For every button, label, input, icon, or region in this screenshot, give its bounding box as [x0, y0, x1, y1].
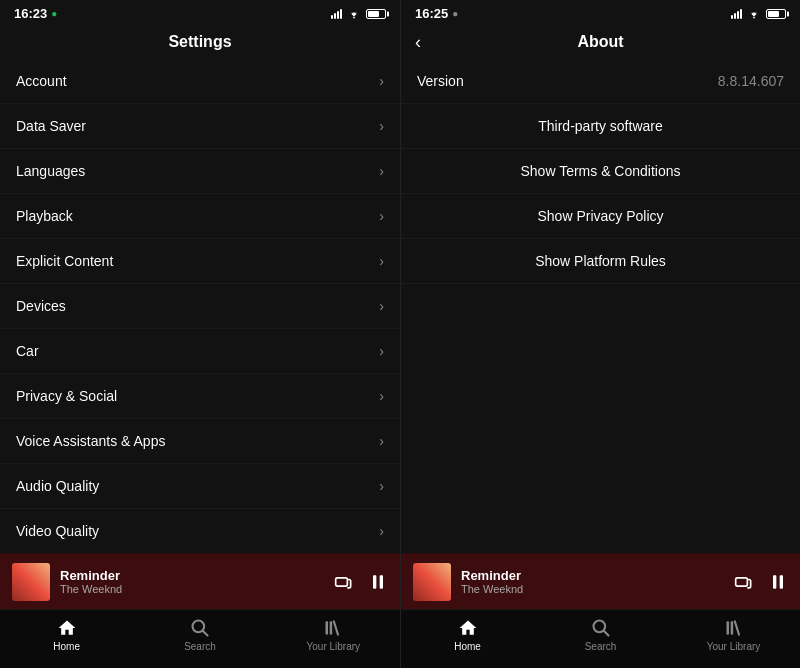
tab-bar: Home Search Your Library: [0, 609, 400, 668]
status-bar-right: 16:25 ●: [401, 0, 800, 25]
spotify-status-dot-right: ●: [452, 8, 458, 19]
back-button[interactable]: ‹: [415, 32, 421, 53]
version-row: Version 8.8.14.607: [401, 59, 800, 104]
chevron-right-icon-privacy-social: ›: [379, 388, 384, 404]
svg-rect-9: [780, 575, 783, 588]
tab-search-label-right: Search: [585, 641, 617, 652]
chevron-right-icon-data-saver: ›: [379, 118, 384, 134]
settings-item-video-quality[interactable]: Video Quality›: [0, 509, 400, 553]
wifi-icon-right: [747, 8, 761, 19]
settings-item-label-voice-assistants: Voice Assistants & Apps: [16, 433, 165, 449]
page-title-right: About: [577, 33, 623, 51]
pause-button[interactable]: [368, 572, 388, 592]
version-value: 8.8.14.607: [718, 73, 784, 89]
settings-item-label-video-quality: Video Quality: [16, 523, 99, 539]
track-artist-right: The Weeknd: [461, 583, 724, 595]
settings-item-languages[interactable]: Languages›: [0, 149, 400, 194]
settings-item-car[interactable]: Car›: [0, 329, 400, 374]
tab-search-label: Search: [184, 641, 216, 652]
privacy-policy-label: Show Privacy Policy: [537, 208, 663, 224]
status-time-right: 16:25 ●: [415, 6, 458, 21]
battery-icon-right: [766, 9, 786, 19]
settings-item-label-privacy-social: Privacy & Social: [16, 388, 117, 404]
settings-item-label-playback: Playback: [16, 208, 73, 224]
player-controls-right: [734, 572, 788, 592]
svg-rect-5: [330, 621, 333, 634]
third-party-label: Third-party software: [538, 118, 662, 134]
svg-rect-4: [326, 621, 329, 634]
library-icon-right: [724, 618, 744, 638]
home-icon-right: [458, 618, 478, 638]
status-icons-right: [731, 8, 786, 19]
chevron-right-icon-playback: ›: [379, 208, 384, 224]
tab-search-right[interactable]: Search: [534, 618, 667, 652]
search-icon: [190, 618, 210, 638]
settings-item-label-account: Account: [16, 73, 67, 89]
track-info-right: Reminder The Weeknd: [461, 568, 724, 595]
library-icon: [323, 618, 343, 638]
nav-header-right: ‹ About: [401, 25, 800, 59]
svg-rect-11: [730, 621, 733, 634]
mini-player-right[interactable]: Reminder The Weeknd: [401, 553, 800, 609]
tab-library[interactable]: Your Library: [267, 618, 400, 652]
wifi-icon: [347, 8, 361, 19]
battery-icon: [366, 9, 386, 19]
chevron-right-icon-explicit-content: ›: [379, 253, 384, 269]
settings-item-label-audio-quality: Audio Quality: [16, 478, 99, 494]
terms-conditions-label: Show Terms & Conditions: [520, 163, 680, 179]
tab-home-right[interactable]: Home: [401, 618, 534, 652]
tab-library-label-right: Your Library: [707, 641, 761, 652]
terms-conditions-link[interactable]: Show Terms & Conditions: [401, 149, 800, 194]
settings-item-label-data-saver: Data Saver: [16, 118, 86, 134]
settings-item-devices[interactable]: Devices›: [0, 284, 400, 329]
settings-item-data-saver[interactable]: Data Saver›: [0, 104, 400, 149]
connect-icon[interactable]: [334, 572, 354, 592]
about-content: Version 8.8.14.607 Third-party software …: [401, 59, 800, 553]
platform-rules-link[interactable]: Show Platform Rules: [401, 239, 800, 284]
tab-home[interactable]: Home: [0, 618, 133, 652]
page-title: Settings: [168, 33, 231, 51]
nav-header: Settings: [0, 25, 400, 59]
settings-item-playback[interactable]: Playback›: [0, 194, 400, 239]
tab-bar-right: Home Search Your Library: [401, 609, 800, 668]
status-time: 16:23 ●: [14, 6, 57, 21]
settings-item-explicit-content[interactable]: Explicit Content›: [0, 239, 400, 284]
third-party-link[interactable]: Third-party software: [401, 104, 800, 149]
settings-item-account[interactable]: Account›: [0, 59, 400, 104]
svg-point-0: [353, 17, 355, 19]
settings-item-label-explicit-content: Explicit Content: [16, 253, 113, 269]
pause-button-right[interactable]: [768, 572, 788, 592]
time-display: 16:23: [14, 6, 47, 21]
track-name: Reminder: [60, 568, 324, 583]
chevron-right-icon-audio-quality: ›: [379, 478, 384, 494]
svg-rect-10: [726, 621, 729, 634]
about-screen: 16:25 ● ‹ About: [400, 0, 800, 668]
track-info: Reminder The Weeknd: [60, 568, 324, 595]
platform-rules-label: Show Platform Rules: [535, 253, 666, 269]
privacy-policy-link[interactable]: Show Privacy Policy: [401, 194, 800, 239]
status-icons: [331, 8, 386, 19]
chevron-right-icon-devices: ›: [379, 298, 384, 314]
settings-item-privacy-social[interactable]: Privacy & Social›: [0, 374, 400, 419]
album-art-right: [413, 563, 451, 601]
tab-home-label: Home: [53, 641, 80, 652]
settings-item-voice-assistants[interactable]: Voice Assistants & Apps›: [0, 419, 400, 464]
svg-point-6: [753, 17, 755, 19]
settings-item-label-car: Car: [16, 343, 39, 359]
settings-list: Account›Data Saver›Languages›Playback›Ex…: [0, 59, 400, 553]
spotify-status-dot: ●: [51, 8, 57, 19]
version-label: Version: [417, 73, 464, 89]
track-artist: The Weeknd: [60, 583, 324, 595]
chevron-right-icon-voice-assistants: ›: [379, 433, 384, 449]
time-display-right: 16:25: [415, 6, 448, 21]
track-name-right: Reminder: [461, 568, 724, 583]
tab-library-right[interactable]: Your Library: [667, 618, 800, 652]
settings-item-label-languages: Languages: [16, 163, 85, 179]
chevron-right-icon-languages: ›: [379, 163, 384, 179]
album-art: [12, 563, 50, 601]
chevron-right-icon-car: ›: [379, 343, 384, 359]
connect-icon-right[interactable]: [734, 572, 754, 592]
settings-item-audio-quality[interactable]: Audio Quality›: [0, 464, 400, 509]
mini-player[interactable]: Reminder The Weeknd: [0, 553, 400, 609]
tab-search[interactable]: Search: [133, 618, 266, 652]
